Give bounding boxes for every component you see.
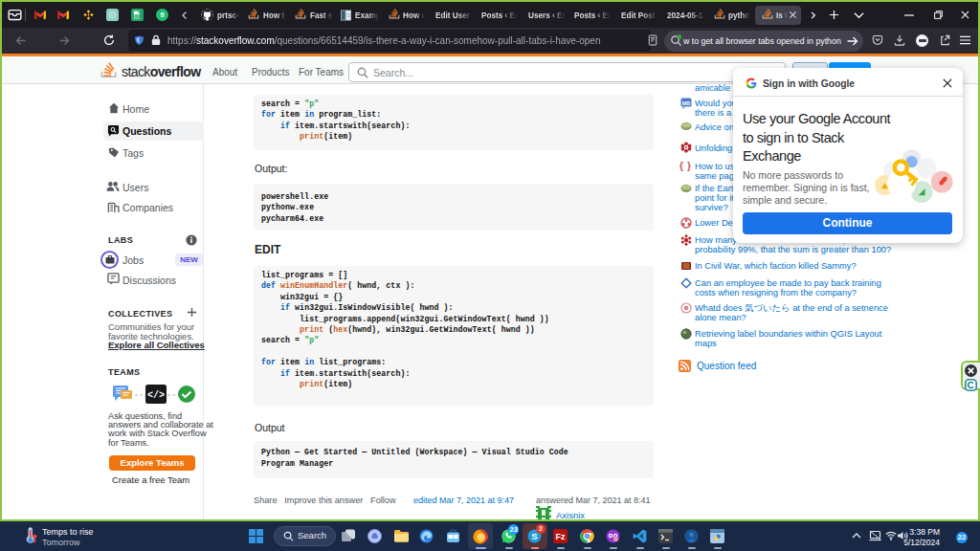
- svg-text:</>: </>: [147, 390, 165, 401]
- svg-text:MB: MB: [682, 100, 691, 106]
- svg-text:Fz: Fz: [556, 532, 566, 541]
- svg-text:fi: fi: [160, 11, 164, 18]
